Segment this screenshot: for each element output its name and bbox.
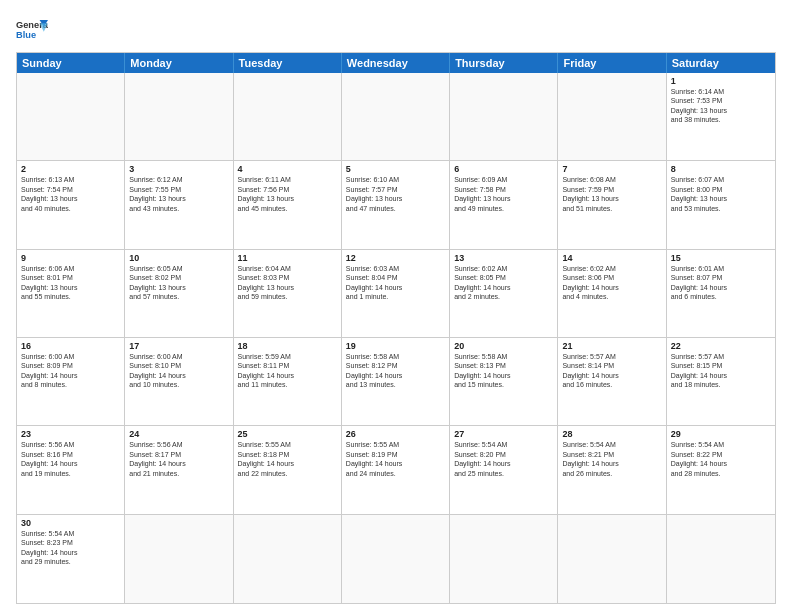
- calendar-cell: [342, 73, 450, 160]
- day-number: 2: [21, 164, 120, 174]
- calendar-row: 1Sunrise: 6:14 AM Sunset: 7:53 PM Daylig…: [17, 73, 775, 161]
- calendar-cell: 5Sunrise: 6:10 AM Sunset: 7:57 PM Daylig…: [342, 161, 450, 248]
- calendar-row: 30Sunrise: 5:54 AM Sunset: 8:23 PM Dayli…: [17, 515, 775, 603]
- calendar-header: SundayMondayTuesdayWednesdayThursdayFrid…: [17, 53, 775, 73]
- day-info: Sunrise: 6:00 AM Sunset: 8:09 PM Dayligh…: [21, 352, 120, 390]
- calendar-cell: 17Sunrise: 6:00 AM Sunset: 8:10 PM Dayli…: [125, 338, 233, 425]
- calendar-cell: [125, 515, 233, 603]
- calendar-cell: 24Sunrise: 5:56 AM Sunset: 8:17 PM Dayli…: [125, 426, 233, 513]
- calendar-row: 9Sunrise: 6:06 AM Sunset: 8:01 PM Daylig…: [17, 250, 775, 338]
- day-info: Sunrise: 5:58 AM Sunset: 8:13 PM Dayligh…: [454, 352, 553, 390]
- day-info: Sunrise: 6:01 AM Sunset: 8:07 PM Dayligh…: [671, 264, 771, 302]
- calendar-cell: 14Sunrise: 6:02 AM Sunset: 8:06 PM Dayli…: [558, 250, 666, 337]
- calendar: SundayMondayTuesdayWednesdayThursdayFrid…: [16, 52, 776, 604]
- calendar-cell: 21Sunrise: 5:57 AM Sunset: 8:14 PM Dayli…: [558, 338, 666, 425]
- day-info: Sunrise: 6:02 AM Sunset: 8:05 PM Dayligh…: [454, 264, 553, 302]
- day-info: Sunrise: 6:14 AM Sunset: 7:53 PM Dayligh…: [671, 87, 771, 125]
- calendar-cell: 10Sunrise: 6:05 AM Sunset: 8:02 PM Dayli…: [125, 250, 233, 337]
- calendar-cell: 13Sunrise: 6:02 AM Sunset: 8:05 PM Dayli…: [450, 250, 558, 337]
- day-info: Sunrise: 6:06 AM Sunset: 8:01 PM Dayligh…: [21, 264, 120, 302]
- day-info: Sunrise: 6:07 AM Sunset: 8:00 PM Dayligh…: [671, 175, 771, 213]
- calendar-cell: 4Sunrise: 6:11 AM Sunset: 7:56 PM Daylig…: [234, 161, 342, 248]
- day-info: Sunrise: 5:57 AM Sunset: 8:14 PM Dayligh…: [562, 352, 661, 390]
- day-info: Sunrise: 5:54 AM Sunset: 8:23 PM Dayligh…: [21, 529, 120, 567]
- day-info: Sunrise: 6:02 AM Sunset: 8:06 PM Dayligh…: [562, 264, 661, 302]
- day-number: 5: [346, 164, 445, 174]
- calendar-cell: [17, 73, 125, 160]
- calendar-cell: 23Sunrise: 5:56 AM Sunset: 8:16 PM Dayli…: [17, 426, 125, 513]
- svg-text:Blue: Blue: [16, 30, 36, 40]
- day-number: 25: [238, 429, 337, 439]
- calendar-cell: [667, 515, 775, 603]
- day-number: 1: [671, 76, 771, 86]
- day-number: 15: [671, 253, 771, 263]
- weekday-header: Thursday: [450, 53, 558, 73]
- day-number: 24: [129, 429, 228, 439]
- day-info: Sunrise: 5:55 AM Sunset: 8:18 PM Dayligh…: [238, 440, 337, 478]
- calendar-cell: 6Sunrise: 6:09 AM Sunset: 7:58 PM Daylig…: [450, 161, 558, 248]
- calendar-cell: [558, 73, 666, 160]
- calendar-cell: 30Sunrise: 5:54 AM Sunset: 8:23 PM Dayli…: [17, 515, 125, 603]
- calendar-cell: 22Sunrise: 5:57 AM Sunset: 8:15 PM Dayli…: [667, 338, 775, 425]
- day-info: Sunrise: 5:56 AM Sunset: 8:17 PM Dayligh…: [129, 440, 228, 478]
- day-info: Sunrise: 6:05 AM Sunset: 8:02 PM Dayligh…: [129, 264, 228, 302]
- day-number: 10: [129, 253, 228, 263]
- calendar-cell: 26Sunrise: 5:55 AM Sunset: 8:19 PM Dayli…: [342, 426, 450, 513]
- day-number: 17: [129, 341, 228, 351]
- day-info: Sunrise: 5:59 AM Sunset: 8:11 PM Dayligh…: [238, 352, 337, 390]
- calendar-cell: 27Sunrise: 5:54 AM Sunset: 8:20 PM Dayli…: [450, 426, 558, 513]
- day-number: 11: [238, 253, 337, 263]
- day-info: Sunrise: 6:11 AM Sunset: 7:56 PM Dayligh…: [238, 175, 337, 213]
- calendar-cell: 20Sunrise: 5:58 AM Sunset: 8:13 PM Dayli…: [450, 338, 558, 425]
- day-number: 27: [454, 429, 553, 439]
- weekday-header: Friday: [558, 53, 666, 73]
- day-number: 3: [129, 164, 228, 174]
- calendar-cell: 2Sunrise: 6:13 AM Sunset: 7:54 PM Daylig…: [17, 161, 125, 248]
- weekday-header: Wednesday: [342, 53, 450, 73]
- calendar-cell: [450, 515, 558, 603]
- day-number: 26: [346, 429, 445, 439]
- calendar-cell: 1Sunrise: 6:14 AM Sunset: 7:53 PM Daylig…: [667, 73, 775, 160]
- day-number: 22: [671, 341, 771, 351]
- calendar-row: 23Sunrise: 5:56 AM Sunset: 8:16 PM Dayli…: [17, 426, 775, 514]
- calendar-cell: 16Sunrise: 6:00 AM Sunset: 8:09 PM Dayli…: [17, 338, 125, 425]
- day-number: 13: [454, 253, 553, 263]
- day-info: Sunrise: 5:54 AM Sunset: 8:22 PM Dayligh…: [671, 440, 771, 478]
- day-number: 18: [238, 341, 337, 351]
- calendar-cell: 7Sunrise: 6:08 AM Sunset: 7:59 PM Daylig…: [558, 161, 666, 248]
- calendar-cell: [450, 73, 558, 160]
- day-info: Sunrise: 6:08 AM Sunset: 7:59 PM Dayligh…: [562, 175, 661, 213]
- day-number: 8: [671, 164, 771, 174]
- day-info: Sunrise: 6:00 AM Sunset: 8:10 PM Dayligh…: [129, 352, 228, 390]
- weekday-header: Saturday: [667, 53, 775, 73]
- calendar-body: 1Sunrise: 6:14 AM Sunset: 7:53 PM Daylig…: [17, 73, 775, 603]
- header: General Blue: [16, 16, 776, 44]
- day-number: 4: [238, 164, 337, 174]
- weekday-header: Sunday: [17, 53, 125, 73]
- day-info: Sunrise: 5:56 AM Sunset: 8:16 PM Dayligh…: [21, 440, 120, 478]
- day-info: Sunrise: 5:54 AM Sunset: 8:21 PM Dayligh…: [562, 440, 661, 478]
- page: General Blue SundayMondayTuesdayWednesda…: [0, 0, 792, 612]
- day-number: 16: [21, 341, 120, 351]
- day-number: 20: [454, 341, 553, 351]
- day-info: Sunrise: 6:13 AM Sunset: 7:54 PM Dayligh…: [21, 175, 120, 213]
- day-number: 30: [21, 518, 120, 528]
- calendar-cell: [234, 515, 342, 603]
- logo: General Blue: [16, 16, 48, 44]
- day-number: 7: [562, 164, 661, 174]
- day-info: Sunrise: 5:54 AM Sunset: 8:20 PM Dayligh…: [454, 440, 553, 478]
- calendar-cell: 18Sunrise: 5:59 AM Sunset: 8:11 PM Dayli…: [234, 338, 342, 425]
- calendar-cell: [125, 73, 233, 160]
- day-number: 12: [346, 253, 445, 263]
- day-number: 19: [346, 341, 445, 351]
- calendar-cell: 29Sunrise: 5:54 AM Sunset: 8:22 PM Dayli…: [667, 426, 775, 513]
- calendar-row: 16Sunrise: 6:00 AM Sunset: 8:09 PM Dayli…: [17, 338, 775, 426]
- calendar-cell: 11Sunrise: 6:04 AM Sunset: 8:03 PM Dayli…: [234, 250, 342, 337]
- calendar-cell: 3Sunrise: 6:12 AM Sunset: 7:55 PM Daylig…: [125, 161, 233, 248]
- day-info: Sunrise: 5:55 AM Sunset: 8:19 PM Dayligh…: [346, 440, 445, 478]
- day-number: 6: [454, 164, 553, 174]
- day-number: 9: [21, 253, 120, 263]
- day-number: 29: [671, 429, 771, 439]
- weekday-header: Monday: [125, 53, 233, 73]
- calendar-cell: 25Sunrise: 5:55 AM Sunset: 8:18 PM Dayli…: [234, 426, 342, 513]
